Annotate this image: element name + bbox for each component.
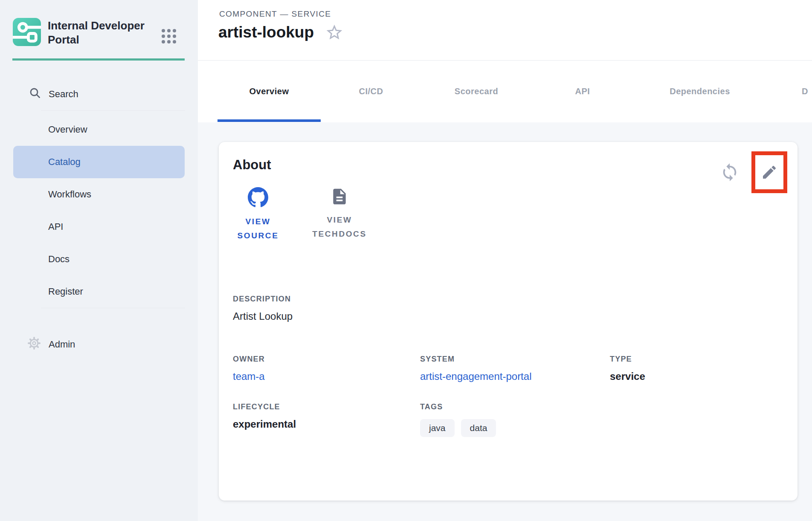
about-card-title: About bbox=[233, 157, 271, 173]
breadcrumb: COMPONENT — SERVICE bbox=[219, 9, 331, 19]
brand-underline bbox=[12, 58, 185, 61]
portal-logo-icon bbox=[13, 18, 41, 46]
sidebar-item-search[interactable]: Search bbox=[0, 82, 198, 107]
type-value: service bbox=[610, 370, 645, 382]
field-tags: TAGS java data bbox=[420, 402, 496, 437]
tab-api[interactable]: API bbox=[531, 61, 634, 122]
view-source-link[interactable]: VIEW SOURCE bbox=[233, 187, 283, 243]
entity-header: COMPONENT — SERVICE artist-lookup bbox=[198, 0, 812, 61]
tag-chip[interactable]: data bbox=[461, 419, 496, 437]
tags-label: TAGS bbox=[420, 402, 496, 411]
edit-pencil-button[interactable] bbox=[761, 164, 778, 181]
field-lifecycle: LIFECYCLE experimental bbox=[233, 402, 296, 430]
view-source-label: VIEW SOURCE bbox=[233, 214, 283, 243]
page-title: artist-lookup bbox=[218, 23, 314, 41]
tab-cicd[interactable]: CI/CD bbox=[320, 61, 422, 122]
refresh-button[interactable] bbox=[720, 162, 740, 182]
sidebar-item-admin[interactable]: Admin bbox=[0, 333, 198, 356]
divider bbox=[41, 308, 185, 308]
sidebar: Internal Developer Portal Search Overvie… bbox=[0, 0, 198, 521]
owner-link[interactable]: team-a bbox=[233, 370, 265, 382]
apps-grid-icon[interactable] bbox=[162, 29, 176, 43]
about-card: About bbox=[219, 142, 798, 501]
sidebar-nav: Overview Catalog Workflows API Docs Regi… bbox=[13, 113, 185, 308]
tab-overview[interactable]: Overview bbox=[218, 61, 321, 122]
field-owner: OWNER team-a bbox=[233, 355, 265, 382]
annotation-highlight-box bbox=[751, 151, 787, 193]
brand[interactable]: Internal Developer Portal bbox=[13, 18, 152, 47]
entity-tabs: Overview CI/CD Scorecard API Dependencie… bbox=[198, 61, 812, 122]
tab-docs-clipped[interactable]: D bbox=[802, 61, 812, 122]
admin-label: Admin bbox=[49, 339, 75, 350]
github-icon bbox=[248, 187, 268, 209]
view-techdocs-link[interactable]: VIEW TECHDOCS bbox=[304, 187, 375, 243]
description-label: DESCRIPTION bbox=[233, 295, 293, 304]
favorite-star-icon[interactable] bbox=[325, 23, 344, 42]
sidebar-item-workflows[interactable]: Workflows bbox=[13, 178, 185, 211]
divider bbox=[41, 110, 185, 111]
owner-label: OWNER bbox=[233, 355, 265, 364]
description-value: Artist Lookup bbox=[233, 310, 293, 322]
tab-content: About bbox=[198, 122, 812, 521]
type-label: TYPE bbox=[610, 355, 645, 364]
gear-icon bbox=[27, 336, 41, 353]
tab-scorecard[interactable]: Scorecard bbox=[425, 61, 528, 122]
field-system: SYSTEM artist-engagement-portal bbox=[420, 355, 531, 382]
sidebar-item-api[interactable]: API bbox=[13, 211, 185, 243]
sidebar-item-register[interactable]: Register bbox=[13, 275, 185, 308]
tag-chip[interactable]: java bbox=[420, 419, 455, 437]
sidebar-item-catalog[interactable]: Catalog bbox=[13, 146, 185, 178]
techdocs-file-icon bbox=[330, 187, 349, 208]
system-label: SYSTEM bbox=[420, 355, 531, 364]
tab-dependencies[interactable]: Dependencies bbox=[649, 61, 751, 122]
brand-title: Internal Developer Portal bbox=[48, 18, 152, 47]
system-link[interactable]: artist-engagement-portal bbox=[420, 370, 531, 382]
field-type: TYPE service bbox=[610, 355, 645, 382]
sidebar-item-overview[interactable]: Overview bbox=[13, 113, 185, 146]
view-techdocs-label: VIEW TECHDOCS bbox=[304, 213, 375, 241]
search-label: Search bbox=[49, 89, 78, 100]
lifecycle-value: experimental bbox=[233, 418, 296, 430]
lifecycle-label: LIFECYCLE bbox=[233, 402, 296, 411]
search-icon bbox=[28, 86, 42, 102]
sidebar-item-docs[interactable]: Docs bbox=[13, 243, 185, 275]
main-area: COMPONENT — SERVICE artist-lookup Overvi… bbox=[198, 0, 812, 521]
field-description: DESCRIPTION Artist Lookup bbox=[233, 295, 293, 322]
